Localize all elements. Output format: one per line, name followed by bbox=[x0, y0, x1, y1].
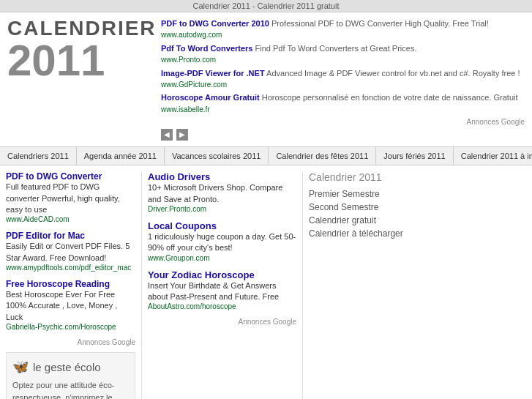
left-ad-block: PDF Editor for MacEasily Edit or Convert… bbox=[6, 231, 135, 272]
header-ad-url: www.isabelle.fr bbox=[161, 105, 210, 113]
mid-ad-desc: 10+ Microsoft Drivers Shop. Compare and … bbox=[148, 182, 296, 205]
eco-title: 🦋 le geste écolo bbox=[12, 359, 129, 375]
header: CALENDRIER 2011 PDF to DWG Converter 201… bbox=[0, 12, 532, 146]
mid-ad-desc: 1 ridiculously huge coupon a day. Get 50… bbox=[148, 231, 296, 254]
main-content: PDF to DWG ConverterFull featured PDF to… bbox=[0, 165, 532, 399]
mid-ads-container: Audio Drivers10+ Microsoft Drivers Shop.… bbox=[148, 171, 296, 310]
top-bar-title: Calendrier 2011 - Calendrier 2011 gratui… bbox=[193, 1, 340, 10]
header-ads: PDF to DWG Converter 2010 Professional P… bbox=[154, 18, 525, 141]
left-ad-link[interactable]: Free Horoscope Reading bbox=[6, 279, 110, 289]
nav-tab[interactable]: Jours fériés 2011 bbox=[376, 147, 453, 165]
left-ad-url: Gabriella-Psychic.com/Horoscope bbox=[6, 323, 135, 331]
left-ad-block: Free Horoscope ReadingBest Horoscope Eve… bbox=[6, 279, 135, 331]
mid-ad-block: Local Coupons1 ridiculously huge coupon … bbox=[148, 220, 296, 262]
right-link[interactable]: Second Semestre bbox=[309, 202, 526, 212]
header-ad-link[interactable]: Horoscope Amour Gratuit bbox=[161, 93, 260, 102]
left-ad-desc: Best Horoscope Ever For Free 100% Accura… bbox=[6, 289, 135, 323]
nav-tab[interactable]: Calendrier 2011 à imprimer bbox=[454, 147, 532, 165]
header-ad-desc: Horoscope personnalisé en fonction de vo… bbox=[260, 93, 518, 102]
right-link[interactable]: Calendrier gratuit bbox=[309, 215, 526, 225]
header-left: CALENDRIER 2011 bbox=[7, 18, 154, 141]
left-ad-block: PDF to DWG ConverterFull featured PDF to… bbox=[6, 171, 135, 223]
mid-ad-link[interactable]: Your Zodiac Horoscope bbox=[148, 269, 255, 280]
eco-text: Optez pour une attitude éco-respectueuse… bbox=[12, 379, 129, 399]
nav-tab[interactable]: Calendrier des fêtes 2011 bbox=[269, 147, 376, 165]
left-ad-link[interactable]: PDF to DWG Converter bbox=[6, 171, 102, 182]
left-ad-desc: Easily Edit or Convert PDF Files. 5 Star… bbox=[6, 241, 135, 264]
header-nav-arrows: ◀ ▶ bbox=[161, 129, 525, 141]
mid-ad-url: www.Groupon.com bbox=[148, 254, 296, 262]
left-ad-url: www.amypdftools.com/pdf_editor_mac bbox=[6, 264, 135, 272]
left-ads-container: PDF to DWG ConverterFull featured PDF to… bbox=[6, 171, 135, 331]
right-section-title: Calendrier 2011 bbox=[309, 171, 526, 183]
header-ad-desc: Advanced Image & PDF Viewer control for … bbox=[265, 69, 520, 78]
left-ad-desc: Full featured PDF to DWG converter Power… bbox=[6, 182, 135, 215]
mid-ad-url: Driver.Pronto.com bbox=[148, 205, 296, 213]
header-ad-url: www.Pronto.com bbox=[161, 56, 216, 64]
mid-ad-url: AboutAstro.com/horoscope bbox=[148, 302, 296, 310]
nav-tab[interactable]: Vacances scolaires 2011 bbox=[165, 147, 269, 165]
site-year: 2011 bbox=[7, 39, 154, 83]
header-ad-desc: Find Pdf To Word Converters at Great Pri… bbox=[253, 44, 417, 53]
eco-section: 🦋 le geste écolo Optez pour une attitude… bbox=[6, 352, 135, 399]
butterfly-icon: 🦋 bbox=[12, 359, 29, 375]
right-link[interactable]: Calendrier à télécharger bbox=[309, 228, 526, 239]
header-ad-link[interactable]: Image-PDF Viewer for .NET bbox=[161, 69, 265, 78]
mid-column: Audio Drivers10+ Microsoft Drivers Shop.… bbox=[141, 171, 302, 399]
header-ad-line: Image-PDF Viewer for .NET Advanced Image… bbox=[161, 68, 525, 91]
left-ad-url: www.AideCAD.com bbox=[6, 215, 135, 223]
left-annonces: Annonces Google bbox=[6, 338, 135, 346]
next-arrow[interactable]: ▶ bbox=[176, 129, 188, 141]
right-column: Calendrier 2011 Premier SemestreSecond S… bbox=[302, 171, 526, 399]
right-links-container: Premier SemestreSecond SemestreCalendrie… bbox=[309, 189, 526, 239]
mid-ad-block: Audio Drivers10+ Microsoft Drivers Shop.… bbox=[148, 171, 296, 213]
prev-arrow[interactable]: ◀ bbox=[161, 129, 173, 141]
eco-title-text: le geste écolo bbox=[33, 361, 101, 373]
mid-ad-link[interactable]: Local Coupons bbox=[148, 220, 217, 231]
header-annonces: Annonces Google bbox=[161, 118, 525, 126]
mid-ad-block: Your Zodiac HoroscopeInsert Your Birthda… bbox=[148, 269, 296, 311]
header-ad-desc: Professional PDF to DWG Converter High Q… bbox=[269, 19, 489, 28]
header-ad-url: www.GdPicture.com bbox=[161, 81, 227, 89]
header-ad-link[interactable]: PDF to DWG Converter 2010 bbox=[161, 19, 269, 28]
nav-tabs: Calendriers 2011Agenda année 2011Vacance… bbox=[0, 146, 532, 165]
header-ad-url: www.autodwg.com bbox=[161, 31, 222, 39]
header-ad-line: Horoscope Amour Gratuit Horoscope person… bbox=[161, 92, 525, 115]
left-ad-link[interactable]: PDF Editor for Mac bbox=[6, 231, 85, 241]
mid-ad-link[interactable]: Audio Drivers bbox=[148, 171, 210, 182]
nav-tab[interactable]: Calendriers 2011 bbox=[0, 147, 77, 165]
right-link[interactable]: Premier Semestre bbox=[309, 189, 526, 199]
header-ad-line: PDF to DWG Converter 2010 Professional P… bbox=[161, 18, 525, 41]
top-bar: Calendrier 2011 - Calendrier 2011 gratui… bbox=[0, 0, 532, 12]
mid-ad-desc: Insert Your Birthdate & Get Answers abou… bbox=[148, 280, 296, 303]
left-column: PDF to DWG ConverterFull featured PDF to… bbox=[6, 171, 141, 399]
header-ad-link[interactable]: Pdf To Word Converters bbox=[161, 44, 253, 53]
mid-annonces: Annonces Google bbox=[148, 318, 296, 326]
nav-tab[interactable]: Agenda année 2011 bbox=[77, 147, 165, 165]
header-ad-line: Pdf To Word Converters Find Pdf To Word … bbox=[161, 43, 525, 66]
